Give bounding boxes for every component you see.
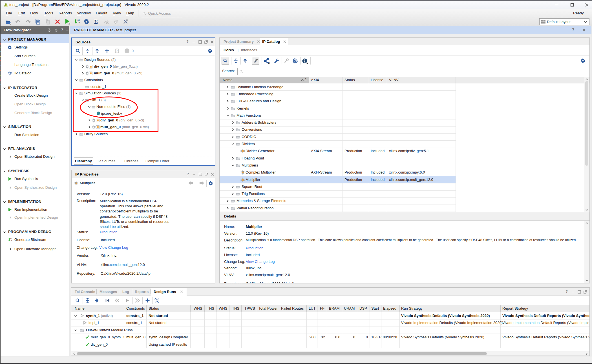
svg-text:?: ? <box>116 49 118 52</box>
svg-text:10: 10 <box>78 21 80 23</box>
svg-text:01: 01 <box>10 238 12 239</box>
svg-text:10: 10 <box>10 240 12 241</box>
svg-text:Σ: Σ <box>94 19 98 25</box>
svg-text:01: 01 <box>78 19 80 21</box>
